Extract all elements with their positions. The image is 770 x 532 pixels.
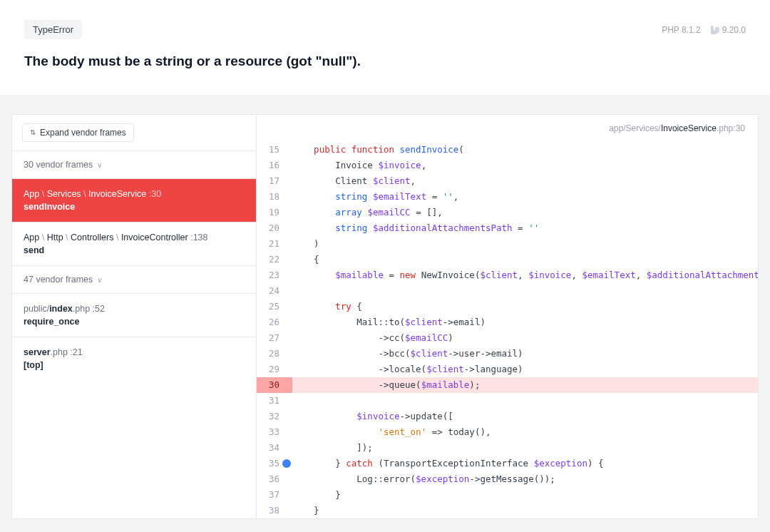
expand-vendor-button[interactable]: ⇅ Expand vendor frames [22,123,134,142]
frames-list: 30 vendor frames∨App \ Services \ Invoic… [12,150,256,380]
error-header: TypeError PHP 8.1.2 9.20.0 The body must… [0,0,770,100]
stack-frame[interactable]: App \ Services \ InvoiceService :30sendI… [12,178,256,222]
code-panel: app/Services/InvoiceService.php:30 15 pu… [257,114,759,519]
stack-sidebar: ⇅ Expand vendor frames 30 vendor frames∨… [11,114,257,519]
line-number: 21 [257,236,292,252]
line-text: $invoice->update([ [292,409,758,424]
line-number: 18 [257,189,292,205]
line-text: ->queue($mailable); [292,377,758,393]
php-version: PHP 8.1.2 [662,25,700,35]
code-file-name: InvoiceService [661,123,717,133]
header-top-row: TypeError PHP 8.1.2 9.20.0 [24,20,746,39]
frame-method: [top] [24,360,245,370]
expand-collapse-icon: ⇅ [30,129,36,136]
code-line: 15 public function sendInvoice( [257,142,758,158]
line-number: 20 [257,220,292,236]
line-number: 34 [257,440,292,456]
code-line: 31 [257,393,758,409]
expand-vendor-label: Expand vendor frames [40,128,126,138]
line-number: 27 [257,330,292,346]
line-text: ]); [292,440,758,456]
line-text: string $additionalAttachmentsPath = '' [292,220,758,236]
line-text: { [292,252,758,267]
vendor-frames-toggle[interactable]: 47 vendor frames∨ [12,265,256,293]
code-line: 38 } [257,503,758,518]
line-text: array $emailCC = [], [292,205,758,220]
code-line: 35 } catch (TransportExceptionInterface … [257,456,758,471]
code-line: 37 } [257,487,758,503]
stack-frame[interactable]: App \ Http \ Controllers \ InvoiceContro… [12,222,256,265]
line-number: 30 [257,377,292,393]
line-number: 24 [257,283,292,299]
laravel-version: 9.20.0 [711,25,746,35]
exception-type-badge: TypeError [24,20,82,39]
line-number: 26 [257,314,292,330]
code-file-ext: .php [717,123,733,133]
laravel-version-text: 9.20.0 [722,25,746,35]
line-text: Mail::to($client->email) [292,314,758,330]
line-number: 16 [257,158,292,173]
line-number: 32 [257,409,292,424]
chevron-down-icon: ∨ [97,276,102,284]
code-line: 18 string $emailText = '', [257,189,758,205]
line-text: $mailable = new NewInvoice($client, $inv… [292,267,758,283]
line-number: 38 [257,503,292,518]
line-text [292,393,758,409]
code-file-path: app/Services/InvoiceService.php:30 [257,115,758,142]
stack-frame[interactable]: public/index.php :52require_once [12,293,256,337]
line-number: 28 [257,346,292,362]
laravel-icon [711,26,719,34]
error-message: The body must be a string or a resource … [24,53,746,69]
line-text: } [292,503,758,518]
line-text: } [292,487,758,503]
line-text: ) [292,236,758,252]
frame-location: App \ Http \ Controllers \ InvoiceContro… [24,232,245,242]
code-line: 32 $invoice->update([ [257,409,758,424]
vendor-frames-label: 30 vendor frames [24,160,93,170]
code-line: 34 ]); [257,440,758,456]
line-text: 'sent_on' => today(), [292,424,758,440]
stack-frame[interactable]: server.php :21[top] [12,337,256,380]
line-number: 22 [257,252,292,267]
code-line: 20 string $additionalAttachmentsPath = '… [257,220,758,236]
code-line: 17 Client $client, [257,173,758,189]
frame-method: require_once [24,317,245,327]
code-line: 23 $mailable = new NewInvoice($client, $… [257,267,758,283]
code-file-line: 30 [736,123,745,133]
line-text: ->cc($emailCC) [292,330,758,346]
code-line: 28 ->bcc($client->user->email) [257,346,758,362]
line-number: 29 [257,362,292,377]
code-line: 30 ->queue($mailable); [257,377,758,393]
frame-location: server.php :21 [24,347,245,357]
line-number: 25 [257,299,292,314]
line-number: 33 [257,424,292,440]
line-number: 17 [257,173,292,189]
line-number: 31 [257,393,292,409]
code-line: 27 ->cc($emailCC) [257,330,758,346]
code-line: 33 'sent_on' => today(), [257,424,758,440]
code-lines: 15 public function sendInvoice(16 Invoic… [257,142,758,518]
line-text: string $emailText = '', [292,189,758,205]
line-text: public function sendInvoice( [292,142,758,158]
line-text: } catch (TransportExceptionInterface $ex… [292,456,758,471]
code-line: 36 Log::error($exception->getMessage()); [257,471,758,487]
line-number: 19 [257,205,292,220]
vendor-frames-toggle[interactable]: 30 vendor frames∨ [12,150,256,178]
line-text: ->bcc($client->user->email) [292,346,758,362]
line-text: try { [292,299,758,314]
line-text [292,283,758,299]
code-line: 26 Mail::to($client->email) [257,314,758,330]
code-line: 24 [257,283,758,299]
frame-method: send [24,245,245,255]
line-number: 15 [257,142,292,158]
main-area: ⇅ Expand vendor frames 30 vendor frames∨… [0,100,770,519]
line-number: 35 [257,456,292,471]
frame-location: public/index.php :52 [24,304,245,314]
chevron-down-icon: ∨ [97,161,102,169]
line-number: 36 [257,471,292,487]
line-text: Client $client, [292,173,758,189]
frame-location: App \ Services \ InvoiceService :30 [24,189,245,199]
code-line: 22 { [257,252,758,267]
line-text: Log::error($exception->getMessage()); [292,471,758,487]
line-text: ->locale($client->language) [292,362,758,377]
